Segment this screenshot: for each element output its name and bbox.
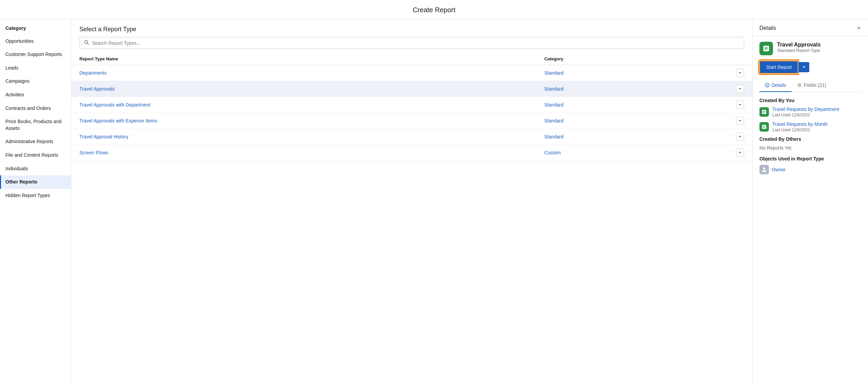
report-type-sub: Standard Report Type [777,48,861,53]
report-list-link[interactable]: Travel Requests by Month [772,121,861,127]
category-cell: Standard [544,69,744,77]
owner-link[interactable]: Owner [772,167,786,172]
category-value: Custom [544,150,561,155]
tab-details[interactable]: Details [759,79,792,92]
table-row[interactable]: Travel Approvals with Expense ItemsStand… [71,113,752,129]
no-reports-text: No Reports Yet [759,145,861,151]
svg-point-0 [84,40,88,43]
table-row[interactable]: Travel Approvals with DepartmentStandard [71,97,752,113]
report-table: Report Type Name Category DepartmentsSta… [71,53,752,386]
category-cell: Standard [544,85,744,93]
start-report-button[interactable]: Start Report [759,61,798,74]
sidebar-item-contracts-orders[interactable]: Contracts and Orders [0,102,71,115]
report-list-text: Travel Requests by Department Last Used … [772,107,861,117]
report-name-link[interactable]: Travel Approvals with Expense Items [79,118,157,123]
svg-line-1 [87,43,89,44]
report-type-header: Travel Approvals Standard Report Type [759,42,861,55]
report-list-icon [759,122,769,132]
category-value: Standard [544,102,564,108]
start-report-area: Start Report [759,61,861,74]
created-by-you-item: Travel Requests by Month Last Used 12/6/… [759,121,861,132]
search-box[interactable] [79,37,744,49]
report-type-name: Travel Approvals [777,42,861,48]
sidebar-item-leads[interactable]: Leads [0,61,71,75]
category-value: Standard [544,118,564,123]
close-button[interactable]: × [856,24,861,32]
report-list-icon [759,107,769,117]
sidebar-item-price-books[interactable]: Price Books, Products and Assets [0,115,71,135]
tab-fields[interactable]: Fields (21) [792,79,832,92]
svg-point-4 [767,84,768,84]
modal-body: Category OpportunitiesCustomer Support R… [0,19,868,386]
sidebar-item-hidden-types[interactable]: Hidden Report Types [0,189,71,202]
start-report-dropdown-button[interactable] [798,62,809,72]
main-content: Select a Report Type Report Type Nam [71,19,753,386]
sidebar-item-campaigns[interactable]: Campaigns [0,75,71,88]
report-type-icon [759,42,773,55]
category-cell: Standard [544,117,744,125]
sidebar-item-activities[interactable]: Activities [0,88,71,102]
category-cell: Standard [544,133,744,141]
report-name-link[interactable]: Travel Approvals with Department [79,102,151,108]
sidebar-item-opportunities[interactable]: Opportunities [0,35,71,48]
info-icon [765,83,770,88]
created-by-you-item: Travel Requests by Department Last Used … [759,107,861,117]
category-value: Standard [544,70,564,76]
search-icon [84,40,89,46]
sidebar-item-file-content[interactable]: File and Content Reports [0,149,71,162]
category-value: Standard [544,86,564,92]
report-type-info: Travel Approvals Standard Report Type [777,42,861,53]
sidebar: Category OpportunitiesCustomer Support R… [0,19,71,386]
modal-header: Create Report [0,0,868,19]
report-name-link[interactable]: Travel Approval History [79,134,128,139]
list-icon [797,83,802,88]
select-report-header: Select a Report Type [71,19,752,37]
col-report-type-name: Report Type Name [71,53,536,65]
report-name-link[interactable]: Travel Approvals [79,86,115,92]
report-list-text: Travel Requests by Month Last Used 12/6/… [772,121,861,132]
table-row[interactable]: Travel ApprovalsStandard [71,81,752,97]
row-dropdown-button[interactable] [736,117,744,125]
table-row[interactable]: DepartmentsStandard [71,65,752,81]
details-tabs: Details Fields (21) [759,79,861,92]
modal-title: Create Report [413,6,455,14]
row-dropdown-button[interactable] [736,85,744,93]
row-dropdown-button[interactable] [736,101,744,109]
category-value: Standard [544,134,564,139]
sidebar-item-admin-reports[interactable]: Administrative Reports [0,135,71,149]
row-dropdown-button[interactable] [736,69,744,77]
report-name-link[interactable]: Screen Flows [79,150,108,155]
owner-item: Owner [759,165,861,174]
report-list-meta: Last Used 12/6/2022 [772,113,810,117]
row-dropdown-button[interactable] [736,133,744,141]
sidebar-item-individuals[interactable]: Individuals [0,162,71,176]
sidebar-item-other-reports[interactable]: Other Reports [0,175,71,189]
category-cell: Standard [544,101,744,109]
table-row[interactable]: Screen FlowsCustom [71,145,752,161]
details-header: Details × [753,19,868,36]
report-list-link[interactable]: Travel Requests by Department [772,107,861,112]
owner-icon [759,165,769,174]
report-list-meta: Last Used 12/6/2022 [772,128,810,132]
search-input[interactable] [92,40,740,46]
created-by-you-heading: Created By You [759,98,861,103]
row-dropdown-button[interactable] [736,149,744,157]
category-heading: Category [0,22,71,35]
report-name-link[interactable]: Departments [79,70,107,76]
col-category: Category [536,53,752,65]
details-panel: Details × Travel Approvals Standard Repo… [753,19,868,386]
details-body: Travel Approvals Standard Report Type St… [753,36,868,180]
sidebar-item-customer-support[interactable]: Customer Support Reports [0,48,71,61]
category-cell: Custom [544,149,744,157]
table-row[interactable]: Travel Approval HistoryStandard [71,129,752,145]
created-by-others-heading: Created By Others [759,136,861,142]
details-panel-title: Details [759,25,776,31]
objects-section-heading: Objects Used in Report Type [759,156,861,161]
search-area [71,37,752,53]
